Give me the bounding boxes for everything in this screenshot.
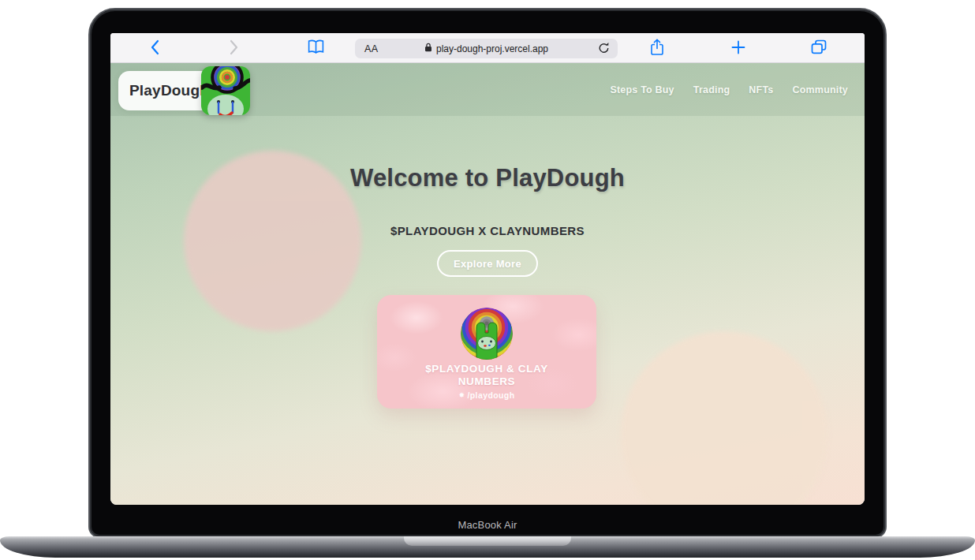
new-tab-button[interactable] — [729, 39, 748, 58]
card-handle-text: /playdough — [467, 390, 514, 400]
macbook-screen-bezel: AA play-dough-proj.vercel.app — [88, 8, 887, 538]
url-text: play-dough-proj.vercel.app — [436, 43, 548, 54]
nav-item-steps-to-buy[interactable]: Steps To Buy — [610, 84, 674, 95]
nav-item-trading[interactable]: Trading — [693, 84, 730, 95]
playdough-mascot-logo — [201, 66, 250, 115]
hero-title: Welcome to PlayDough — [110, 164, 865, 192]
reload-button[interactable] — [596, 42, 611, 56]
share-button[interactable] — [648, 39, 667, 58]
macbook-base — [0, 536, 975, 558]
tabs-button[interactable] — [809, 39, 828, 58]
back-button[interactable] — [145, 39, 164, 58]
card-title-line1: $PLAYDOUGH & CLAY — [425, 363, 547, 375]
card-title: $PLAYDOUGH & CLAYNUMBERS — [425, 363, 547, 388]
hinge-notch — [404, 536, 571, 546]
decorative-peach-circle — [621, 331, 827, 505]
macbook-air-label: MacBook Air — [90, 519, 885, 531]
sparkle-icon: ✸ — [459, 391, 465, 399]
book-icon — [307, 39, 325, 57]
refresh-icon — [598, 42, 610, 57]
nav-item-nfts[interactable]: NFTs — [749, 84, 773, 95]
forward-button[interactable] — [225, 39, 244, 58]
sidebar-button[interactable] — [306, 39, 325, 58]
plus-icon — [731, 40, 745, 57]
browser-toolbar: AA play-dough-proj.vercel.app — [110, 33, 865, 63]
card-title-line2: NUMBERS — [458, 375, 515, 387]
lock-icon — [424, 43, 432, 54]
hero-subtitle: $PLAYDOUGH X CLAYNUMBERS — [110, 224, 865, 237]
brand-name: PlayDough — [129, 82, 209, 99]
nav-item-community[interactable]: Community — [792, 84, 848, 95]
browser-window: AA play-dough-proj.vercel.app — [110, 33, 865, 505]
stacked-squares-icon — [811, 39, 827, 57]
chevron-left-icon — [150, 39, 159, 58]
explore-more-button[interactable]: Explore More — [437, 250, 538, 277]
webpage: PlayDough — [110, 63, 865, 505]
claynumbers-avatar — [461, 308, 513, 360]
chevron-right-icon — [230, 39, 239, 58]
main-nav: Steps To Buy Trading NFTs Community — [610, 63, 848, 116]
card-handle: ✸ /playdough — [459, 390, 515, 400]
address-bar[interactable]: AA play-dough-proj.vercel.app — [355, 39, 618, 58]
reader-mode-button[interactable]: AA — [364, 39, 379, 58]
project-card[interactable]: $PLAYDOUGH & CLAYNUMBERS ✸ /playdough — [377, 295, 596, 409]
share-icon — [650, 39, 664, 58]
